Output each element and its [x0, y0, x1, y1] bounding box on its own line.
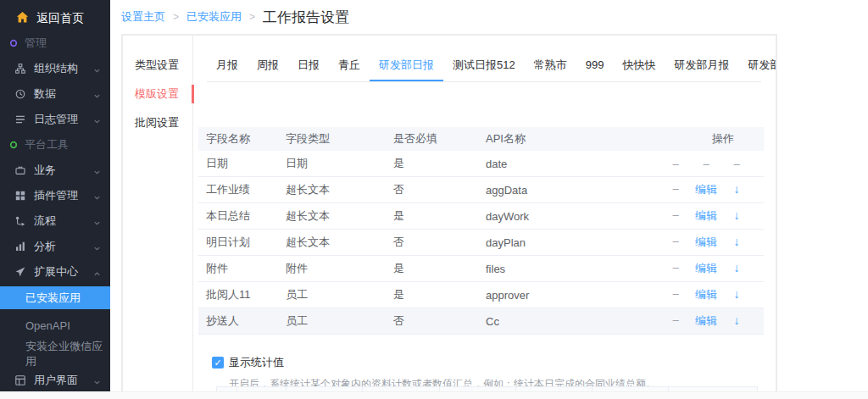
sidebar-item-analysis[interactable]: 分析 — [0, 234, 110, 259]
cell-field-name: 附件 — [198, 261, 286, 276]
edit-link[interactable]: 编辑 — [691, 287, 721, 302]
sidebar-subitem-install-wecom-app[interactable]: 安装企业微信应用 — [0, 340, 110, 368]
sidebar-item-data[interactable]: 数据 — [0, 81, 110, 107]
sidebar-item-label: 流程 — [34, 213, 56, 229]
sidebar-item-label: 组织结构 — [34, 61, 78, 76]
tab-item[interactable]: 研发部日报 — [370, 53, 443, 81]
move-down-icon[interactable]: ↓ — [721, 208, 752, 224]
chevron-up-icon — [93, 268, 101, 280]
move-down-icon[interactable]: ↓ — [721, 235, 752, 250]
tab-item[interactable]: 999 — [576, 53, 614, 81]
sidebar-item-label: 业务 — [34, 163, 56, 178]
breadcrumb-link[interactable]: 设置主页 — [121, 9, 165, 25]
submenu-item-type-settings[interactable]: 类型设置 — [123, 51, 192, 80]
cell-required: 是 — [393, 208, 486, 224]
cell-required: 是 — [393, 287, 486, 302]
tab-item[interactable]: 快快快 — [613, 53, 665, 81]
submenu-item-review-settings[interactable]: 批阅设置 — [123, 108, 192, 137]
move-down-icon[interactable]: ↓ — [721, 287, 752, 302]
tab-item[interactable]: 研发部周报 — [738, 53, 777, 81]
plane-icon — [15, 267, 25, 277]
sidebar-item-business[interactable]: 业务 — [0, 158, 110, 183]
cell-required: 否 — [393, 313, 486, 329]
column-field-name: 字段名称 — [198, 131, 286, 147]
chevron-down-icon — [93, 115, 101, 128]
column-api-name: API名称 — [486, 131, 660, 147]
edit-link[interactable]: 编辑 — [691, 313, 721, 329]
chevron-down-icon — [93, 191, 101, 204]
cell-actions: –编辑↓ — [660, 313, 764, 329]
edit-link[interactable]: 编辑 — [691, 208, 721, 224]
list-icon — [15, 114, 25, 125]
sidebar-item-extension-center[interactable]: 扩展中心 — [0, 259, 110, 285]
sidebar-item-label: 数据 — [34, 86, 56, 102]
cell-actions: –编辑↓ — [660, 182, 764, 197]
report-type-tabs: 月报周报日报青丘研发部日报测试日报512常熟市999快快快研发部月报研发部周报 — [207, 36, 761, 82]
dash-placeholder: – — [660, 287, 691, 302]
sidebar-item-workflow[interactable]: 流程 — [0, 208, 110, 234]
layout-icon — [15, 375, 25, 385]
cell-field-name: 日期 — [198, 156, 286, 171]
ring-green-icon — [8, 140, 19, 150]
sidebar-item-label: 插件管理 — [34, 188, 78, 203]
cell-field-type: 员工 — [286, 313, 393, 329]
show-stats-checkbox[interactable]: ✓ — [212, 357, 224, 369]
tab-item[interactable]: 测试日报512 — [443, 53, 525, 81]
briefcase-icon — [15, 165, 25, 175]
sidebar-item-platform-tools: 平台工具 — [0, 132, 110, 158]
back-to-home-label: 返回首页 — [36, 11, 84, 26]
tab-item[interactable]: 日报 — [288, 53, 329, 81]
breadcrumb-link[interactable]: 已安装应用 — [186, 9, 242, 25]
table-row: 抄送人员工否Cc–编辑↓ — [198, 308, 764, 335]
bottom-strip — [0, 391, 868, 399]
cell-api-name: date — [486, 158, 660, 170]
tab-item[interactable]: 研发部月报 — [665, 53, 738, 81]
sidebar-subitem-open-api[interactable]: OpenAPI — [0, 312, 110, 340]
move-down-icon[interactable]: ↓ — [721, 261, 752, 276]
edit-link[interactable]: 编辑 — [691, 235, 721, 250]
tab-item[interactable]: 月报 — [207, 53, 248, 81]
cell-field-name: 明日计划 — [198, 235, 286, 250]
cell-actions: –编辑↓ — [660, 287, 764, 302]
org-icon — [15, 64, 25, 74]
tab-item[interactable]: 周报 — [248, 53, 288, 81]
move-down-icon[interactable]: ↓ — [721, 182, 752, 197]
flow-icon — [15, 216, 25, 226]
table-row: 日期日期是date––– — [198, 151, 764, 177]
column-field-type: 字段类型 — [286, 131, 393, 147]
cell-field-type: 员工 — [286, 287, 393, 302]
table-header-row: 字段名称字段类型是否必填API名称操作 — [198, 127, 764, 151]
dash-placeholder: – — [660, 313, 691, 329]
sidebar-item-org-structure[interactable]: 组织结构 — [0, 56, 110, 81]
clock-icon — [15, 89, 25, 99]
stats-checkbox-label: 显示统计值 — [229, 355, 284, 370]
cell-api-name: dayPlan — [486, 236, 660, 249]
sidebar-item-log-management[interactable]: 日志管理 — [0, 107, 110, 132]
cell-api-name: Cc — [486, 315, 660, 328]
move-down-icon[interactable]: ↓ — [721, 313, 752, 329]
sidebar-item-label: 用户界面 — [34, 373, 78, 388]
ring-purple-icon — [8, 38, 19, 48]
settings-submenu: 类型设置模版设置批阅设置 — [123, 36, 193, 396]
dash-placeholder: – — [660, 182, 691, 197]
sidebar-item-plugin-management[interactable]: 插件管理 — [0, 183, 110, 208]
cell-field-name: 工作业绩 — [198, 182, 286, 197]
column-actions: 操作 — [660, 131, 764, 147]
sidebar-subitem-installed-apps[interactable]: 已安装应用 — [0, 286, 110, 309]
chevron-down-icon — [93, 242, 101, 255]
tab-item[interactable]: 青丘 — [329, 53, 370, 81]
grid-icon — [15, 191, 25, 201]
cell-actions: ––– — [660, 158, 764, 170]
back-to-home-button[interactable]: 返回首页 — [0, 7, 110, 30]
sidebar-item-user-interface[interactable]: 用户界面 — [0, 368, 110, 391]
chevron-down-icon — [93, 90, 101, 103]
submenu-item-template-settings[interactable]: 模版设置 — [123, 80, 192, 108]
edit-link[interactable]: 编辑 — [691, 261, 721, 276]
column-required: 是否必填 — [393, 131, 486, 147]
breadcrumb-separator: > — [173, 11, 179, 23]
cell-field-name: 批阅人11 — [198, 287, 286, 302]
breadcrumb: 设置主页>已安装应用>工作报告设置 — [121, 0, 349, 34]
edit-link[interactable]: 编辑 — [691, 182, 721, 197]
tab-item[interactable]: 常熟市 — [525, 53, 576, 81]
cell-field-type: 附件 — [286, 261, 393, 276]
